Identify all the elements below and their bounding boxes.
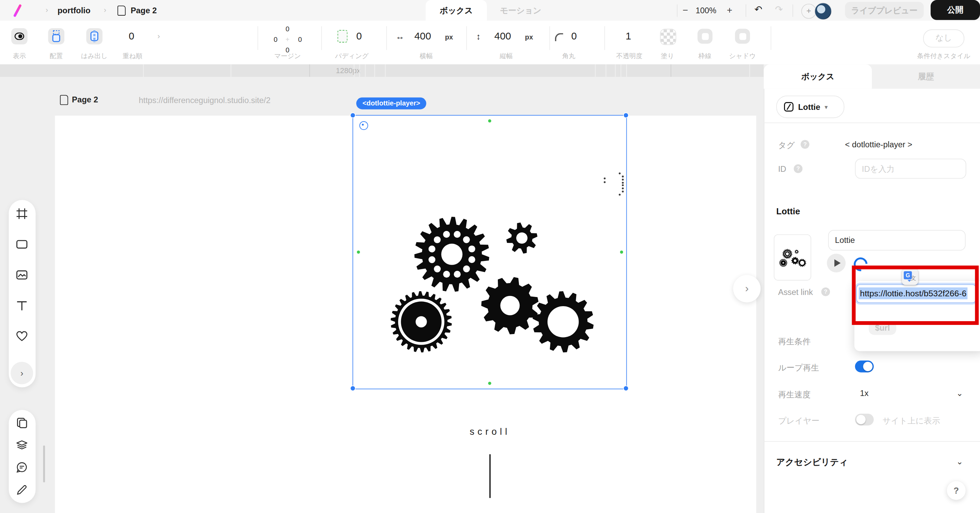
help-button[interactable]: ? — [947, 481, 966, 500]
selection-tag-badge[interactable]: <dotlottie-player> — [356, 98, 426, 110]
z-order-value[interactable]: 0 — [129, 31, 134, 42]
avatar[interactable] — [814, 2, 832, 20]
panel-tab-box[interactable]: ボックス — [764, 64, 872, 89]
width-value[interactable]: 400 — [414, 31, 431, 42]
fill-label: 塗り — [655, 52, 680, 60]
undo-button[interactable]: ↶ — [754, 4, 762, 15]
padding-value[interactable]: 0 — [356, 31, 362, 42]
eye-icon — [14, 33, 24, 40]
opacity-label: 不透明度 — [610, 52, 649, 60]
canvas-page-label[interactable]: Page 2 — [72, 95, 98, 105]
width-unit[interactable]: px — [445, 33, 453, 40]
resize-handle-se[interactable] — [623, 386, 629, 391]
box-tool-icon[interactable] — [16, 238, 28, 251]
text-tool-icon[interactable] — [16, 299, 28, 312]
shadow-swatch[interactable] — [735, 29, 750, 44]
conditional-style-label: 条件付きスタイル — [913, 52, 975, 60]
redo-button[interactable]: ↷ — [775, 4, 783, 15]
play-condition-label: 再生条件 — [778, 336, 811, 347]
visibility-label: 表示 — [4, 52, 35, 60]
invite-member-button[interactable]: + — [801, 4, 816, 19]
selection-box[interactable] — [353, 115, 627, 389]
player-toggle[interactable] — [855, 414, 874, 426]
publish-button[interactable]: 公開 — [931, 0, 980, 20]
divider — [677, 5, 678, 17]
icon-tool-icon[interactable] — [16, 330, 28, 343]
live-preview-button[interactable]: ライブプレビュー — [845, 2, 924, 19]
chevron-down-icon: ▾ — [824, 103, 827, 110]
pages-icon[interactable] — [16, 417, 28, 429]
layers-icon[interactable] — [16, 438, 28, 451]
margin-plus-icon: + — [283, 36, 292, 43]
z-order-label: 重ね順 — [116, 52, 149, 60]
conditional-style-button[interactable]: なし — [923, 29, 964, 47]
pencil-icon[interactable] — [16, 484, 28, 496]
resize-handle-nw[interactable] — [350, 113, 356, 118]
canvas-scrollbar[interactable] — [43, 446, 45, 482]
resize-handle-sw[interactable] — [350, 386, 356, 391]
resize-handle-ne[interactable] — [623, 113, 629, 118]
breadcrumb-project[interactable]: portfolio — [57, 6, 91, 15]
alignment-label: 配置 — [40, 52, 72, 60]
panel-tab-history[interactable]: 履歴 — [872, 64, 980, 89]
top-bar: › portfolio › Page 2 ボックス モーション − 100% +… — [0, 0, 980, 21]
breakpoint-ruler[interactable]: 1280px — [0, 64, 764, 77]
z-order-more-icon[interactable]: › — [158, 32, 160, 41]
lottie-type-icon — [784, 102, 794, 111]
breadcrumb-chevron-icon: › — [104, 6, 106, 14]
image-tool-icon[interactable] — [16, 269, 28, 281]
tag-label: タグ — [778, 140, 795, 151]
alignment-button[interactable] — [48, 28, 64, 44]
accessibility-heading: アクセシビリティ — [776, 457, 848, 468]
height-arrow-icon: ↕ — [476, 31, 481, 41]
padding-label: パディング — [333, 52, 371, 60]
expand-tools-button[interactable]: › — [11, 362, 33, 384]
page-icon — [118, 6, 126, 16]
zoom-level[interactable]: 100% — [695, 6, 716, 15]
overflow-button[interactable] — [86, 28, 102, 44]
border-swatch[interactable] — [698, 29, 713, 44]
id-input[interactable] — [855, 159, 966, 179]
id-help-icon[interactable]: ? — [794, 164, 803, 173]
studio-editor: › portfolio › Page 2 ボックス モーション − 100% +… — [0, 0, 980, 513]
edge-handle-bottom[interactable] — [488, 382, 491, 385]
margin-left-value[interactable]: 0 — [271, 36, 280, 43]
margin-top-value[interactable]: 0 — [283, 25, 292, 32]
edge-handle-left[interactable] — [357, 251, 360, 254]
accessibility-chevron-icon[interactable]: ⌄ — [956, 457, 963, 466]
section-tool-icon[interactable] — [16, 208, 28, 220]
tag-help-icon[interactable]: ? — [801, 140, 810, 149]
radius-value[interactable]: 0 — [571, 31, 577, 42]
height-value[interactable]: 400 — [495, 31, 511, 42]
opacity-value[interactable]: 1 — [626, 31, 631, 42]
scroll-text: scroll — [427, 426, 552, 437]
zoom-out-button[interactable]: − — [682, 5, 688, 15]
edge-handle-right[interactable] — [620, 251, 623, 254]
loop-toggle[interactable] — [855, 361, 874, 373]
breadcrumb-page[interactable]: Page 2 — [130, 6, 157, 15]
edge-handle-top[interactable] — [488, 119, 491, 122]
speed-chevron-icon[interactable]: ⌄ — [956, 389, 963, 398]
tab-box[interactable]: ボックス — [426, 0, 487, 21]
lottie-thumbnail[interactable] — [774, 234, 811, 281]
speed-value[interactable]: 1x — [860, 389, 869, 398]
padding-icon — [337, 30, 347, 43]
margin-right-value[interactable]: 0 — [296, 36, 305, 43]
zoom-in-button[interactable]: + — [727, 5, 732, 15]
breakpoint-next-button[interactable]: › — [733, 275, 760, 302]
play-button[interactable] — [827, 254, 846, 273]
element-type-dropdown[interactable]: Lottie ▾ — [776, 95, 844, 118]
fill-swatch[interactable] — [660, 29, 676, 45]
asset-link-help-icon[interactable]: ? — [821, 287, 830, 296]
visibility-button[interactable] — [11, 28, 27, 44]
height-unit[interactable]: px — [525, 33, 533, 40]
comment-icon[interactable] — [16, 461, 28, 474]
canvas-page-url[interactable]: https://differenceguignol.studio.site/2 — [139, 95, 270, 105]
divider — [771, 26, 772, 50]
lottie-name-input[interactable] — [828, 230, 966, 251]
divider — [746, 5, 746, 17]
overflow-label: はみ出し — [76, 52, 113, 60]
studio-logo-icon[interactable] — [13, 4, 22, 17]
loop-label: ループ再生 — [778, 362, 819, 373]
tab-motion[interactable]: モーション — [494, 0, 547, 21]
